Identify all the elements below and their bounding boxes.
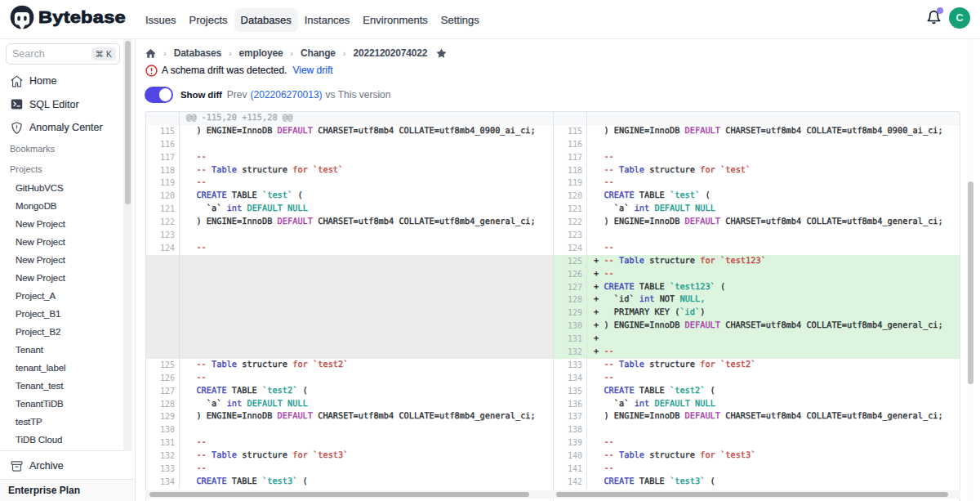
diff-line-number: 140 xyxy=(554,450,587,463)
shield-exclamation-icon xyxy=(10,121,24,135)
diff-row-added: 131+ xyxy=(554,333,960,346)
sidebar-scrollbar-thumb[interactable] xyxy=(125,41,131,204)
breadcrumb-item-employee[interactable]: employee xyxy=(239,47,283,59)
diff-code-line xyxy=(180,333,553,346)
diff-row: 128 `a` int DEFAULT NULL xyxy=(146,398,553,411)
nav-item-settings[interactable]: Settings xyxy=(434,8,486,32)
sidebar-project-project_a[interactable]: Project_A xyxy=(16,291,56,301)
diff-code-line: -- Table structure for `test` xyxy=(587,164,960,177)
sidebar-project-tenant_label[interactable]: tenant_label xyxy=(16,363,65,373)
main-content: ›Databases›employee›Change›2022120207402… xyxy=(136,39,980,501)
sidebar-item-anomaly-center[interactable]: Anomaly Center xyxy=(0,116,122,139)
bytebase-logo[interactable]: Bytebase xyxy=(10,5,110,29)
nav-item-projects[interactable]: Projects xyxy=(183,8,234,32)
diff-code-line: + xyxy=(587,333,960,346)
diff-row: 130 xyxy=(146,423,553,436)
diff-line-number: 116 xyxy=(146,138,180,151)
sidebar-item-home[interactable]: Home xyxy=(0,69,122,92)
sidebar-project-project_b2[interactable]: Project_B2 xyxy=(16,327,60,337)
right-pane-hscrollbar-thumb[interactable] xyxy=(556,492,948,497)
sidebar-project-githubvcs[interactable]: GitHubVCS xyxy=(16,183,64,193)
diff-code-line: ) ENGINE=InnoDB DEFAULT CHARSET=utf8mb4 … xyxy=(587,410,960,423)
diff-line-number: 122 xyxy=(146,216,180,229)
diff-code-line: -- Table structure for `test3` xyxy=(180,450,553,463)
diff-row-placeholder xyxy=(146,268,553,281)
diff-code-line: ) ENGINE=InnoDB DEFAULT CHARSET=utf8mb4 … xyxy=(587,216,960,229)
diff-code-line: + CREATE TABLE `test123` ( xyxy=(587,281,960,294)
search-input[interactable]: Search ⌘ K xyxy=(6,43,120,65)
diff-code-line xyxy=(587,138,960,151)
diff-row-placeholder xyxy=(146,320,553,333)
search-placeholder: Search xyxy=(12,48,91,60)
diff-row: 117 -- xyxy=(554,151,960,164)
diff-line-number: 129 xyxy=(554,306,587,320)
diff-row: 123 xyxy=(146,229,553,242)
diff-row: 134 CREATE TABLE `test3` ( xyxy=(146,476,553,489)
sidebar-project-new-project[interactable]: New Project xyxy=(16,273,65,283)
diff-line-number: 137 xyxy=(554,410,587,423)
sidebar-item-label: Anomaly Center xyxy=(29,122,103,133)
diff-row-added: 127+ CREATE TABLE `test123` ( xyxy=(554,281,960,294)
sidebar-project-testtp[interactable]: testTP xyxy=(16,417,42,427)
view-drift-link[interactable]: View drift xyxy=(292,65,332,76)
sidebar-section-bookmarks: Bookmarks xyxy=(10,144,55,154)
sidebar-item-sql-editor[interactable]: SQL Editor xyxy=(0,93,122,116)
bytebase-logo-icon xyxy=(10,5,34,29)
diff-code-line: @@ -115,20 +115,28 @@ xyxy=(180,112,553,125)
diff-code-line: + -- xyxy=(587,268,960,281)
diff-row-placeholder xyxy=(146,293,553,306)
prev-version-link[interactable]: (202206270013) xyxy=(251,89,323,101)
sidebar-project-tenant_test[interactable]: Tenant_test xyxy=(16,381,63,391)
bookmark-star-icon[interactable] xyxy=(435,47,448,60)
diff-line-number: 122 xyxy=(554,216,587,229)
left-pane-hscrollbar-thumb[interactable] xyxy=(149,492,529,497)
diff-code-line: + `id` int NOT NULL, xyxy=(587,293,960,306)
diff-row: 142 CREATE TABLE `test3` ( xyxy=(554,476,960,489)
archive-label: Archive xyxy=(29,460,64,472)
sidebar-project-tidb-cloud[interactable]: TiDB Cloud xyxy=(16,435,62,445)
sidebar-project-tenant[interactable]: Tenant xyxy=(16,345,43,355)
diff-line-number: 133 xyxy=(554,359,587,372)
diff-row: 118 -- Table structure for `test` xyxy=(146,164,553,177)
diff-line-number: 115 xyxy=(146,125,180,138)
sidebar-project-new-project[interactable]: New Project xyxy=(16,237,65,247)
diff-code-line xyxy=(180,255,553,268)
sidebar-item-label: SQL Editor xyxy=(29,99,79,110)
sidebar-project-project_b1[interactable]: Project_B1 xyxy=(16,309,60,319)
diff-line-number: 124 xyxy=(554,242,587,255)
diff-code-line: `a` int DEFAULT NULL xyxy=(587,203,960,216)
diff-code-line: -- xyxy=(587,242,960,255)
nav-item-databases[interactable]: Databases xyxy=(234,8,298,32)
sidebar-item-archive[interactable]: Archive xyxy=(0,454,122,477)
diff-row-placeholder xyxy=(146,306,553,320)
diff-row: 133 -- xyxy=(146,463,553,476)
prev-label: Prev xyxy=(227,89,247,101)
sidebar-project-mongodb[interactable]: MongoDB xyxy=(16,201,56,211)
nav-item-environments[interactable]: Environments xyxy=(356,8,434,32)
page-scrollbar-thumb[interactable] xyxy=(968,181,973,384)
diff-row-added: 128+ `id` int NOT NULL, xyxy=(554,293,960,306)
nav-item-instances[interactable]: Instances xyxy=(298,8,357,32)
diff-code-line: -- xyxy=(180,151,553,164)
sidebar-project-new-project[interactable]: New Project xyxy=(16,255,65,265)
breadcrumb-home-icon[interactable] xyxy=(145,48,156,59)
sidebar-project-tenanttidb[interactable]: TenantTiDB xyxy=(16,399,64,409)
user-avatar[interactable]: C xyxy=(949,7,970,29)
sidebar-footer[interactable]: Enterprise Plan xyxy=(0,479,135,501)
breadcrumb-separator: › xyxy=(229,48,232,58)
sidebar-project-new-project[interactable]: New Project xyxy=(16,219,65,229)
breadcrumb-item-change[interactable]: Change xyxy=(301,47,336,59)
breadcrumb-item-databases[interactable]: Databases xyxy=(174,47,221,59)
show-diff-toggle[interactable] xyxy=(145,87,173,103)
diff-code-line xyxy=(180,346,553,359)
breadcrumb-item-20221202074022[interactable]: 20221202074022 xyxy=(354,47,428,59)
diff-code-line: `a` int DEFAULT NULL xyxy=(180,398,553,411)
diff-row: 115 ) ENGINE=InnoDB DEFAULT CHARSET=utf8… xyxy=(146,125,553,138)
diff-line-number: 119 xyxy=(146,177,180,190)
breadcrumb-separator: › xyxy=(290,48,293,58)
nav-item-issues[interactable]: Issues xyxy=(139,8,183,32)
drift-message: A schema drift was detected. xyxy=(162,65,287,76)
diff-row-added: 125+ -- Table structure for `test123` xyxy=(554,255,960,268)
alert-icon xyxy=(145,65,158,77)
diff-line-number: 118 xyxy=(146,164,180,177)
